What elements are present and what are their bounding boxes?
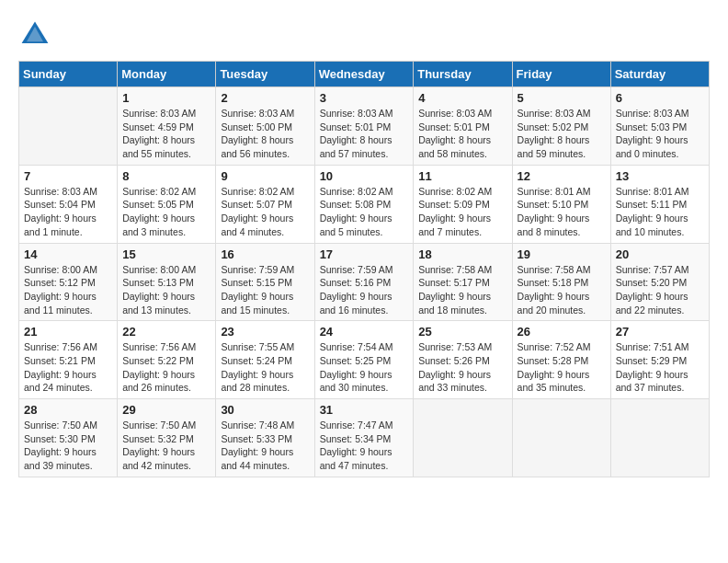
day-number: 23 <box>221 325 309 339</box>
calendar-cell: 17Sunrise: 7:59 AMSunset: 5:16 PMDayligh… <box>314 243 414 321</box>
header-day-wednesday: Wednesday <box>314 62 414 87</box>
calendar-cell: 14Sunrise: 8:00 AMSunset: 5:12 PMDayligh… <box>19 243 118 321</box>
day-info: Sunrise: 7:55 AMSunset: 5:24 PMDaylight:… <box>221 340 309 395</box>
calendar-cell: 29Sunrise: 7:50 AMSunset: 5:32 PMDayligh… <box>118 399 216 477</box>
calendar-cell: 5Sunrise: 8:03 AMSunset: 5:02 PMDaylight… <box>512 87 610 166</box>
day-number: 11 <box>418 169 506 183</box>
day-number: 27 <box>616 325 704 339</box>
calendar-cell: 3Sunrise: 8:03 AMSunset: 5:01 PMDaylight… <box>314 87 414 166</box>
day-number: 19 <box>518 247 606 261</box>
logo <box>18 18 57 52</box>
calendar-cell: 23Sunrise: 7:55 AMSunset: 5:24 PMDayligh… <box>216 321 314 399</box>
day-info: Sunrise: 7:59 AMSunset: 5:16 PMDaylight:… <box>320 263 409 317</box>
day-number: 22 <box>122 325 210 339</box>
day-info: Sunrise: 8:03 AMSunset: 4:59 PMDaylight:… <box>122 107 210 161</box>
day-info: Sunrise: 8:01 AMSunset: 5:10 PMDaylight:… <box>518 185 606 239</box>
calendar-body: 1Sunrise: 8:03 AMSunset: 4:59 PMDaylight… <box>19 87 710 477</box>
day-info: Sunrise: 8:02 AMSunset: 5:09 PMDaylight:… <box>418 185 506 239</box>
day-number: 12 <box>518 169 606 183</box>
day-number: 1 <box>122 91 210 105</box>
day-info: Sunrise: 7:59 AMSunset: 5:15 PMDaylight:… <box>221 263 309 317</box>
calendar-cell: 19Sunrise: 7:58 AMSunset: 5:18 PMDayligh… <box>512 243 610 321</box>
day-number: 7 <box>24 169 112 183</box>
calendar-cell: 9Sunrise: 8:02 AMSunset: 5:07 PMDaylight… <box>216 165 314 243</box>
header-day-thursday: Thursday <box>414 62 512 87</box>
logo-icon <box>18 18 51 52</box>
day-info: Sunrise: 8:02 AMSunset: 5:08 PMDaylight:… <box>320 185 409 239</box>
day-number: 25 <box>418 325 506 339</box>
calendar-cell: 2Sunrise: 8:03 AMSunset: 5:00 PMDaylight… <box>216 87 314 166</box>
calendar-cell <box>414 399 512 477</box>
day-number: 10 <box>320 169 409 183</box>
week-row-3: 21Sunrise: 7:56 AMSunset: 5:21 PMDayligh… <box>19 321 710 399</box>
calendar-cell: 12Sunrise: 8:01 AMSunset: 5:10 PMDayligh… <box>512 165 610 243</box>
calendar-cell: 20Sunrise: 7:57 AMSunset: 5:20 PMDayligh… <box>610 243 709 321</box>
day-number: 20 <box>616 247 704 261</box>
calendar-table: SundayMondayTuesdayWednesdayThursdayFrid… <box>18 61 710 477</box>
calendar-cell: 27Sunrise: 7:51 AMSunset: 5:29 PMDayligh… <box>610 321 709 399</box>
calendar-cell: 18Sunrise: 7:58 AMSunset: 5:17 PMDayligh… <box>414 243 512 321</box>
day-info: Sunrise: 8:03 AMSunset: 5:03 PMDaylight:… <box>616 107 704 161</box>
calendar-cell: 28Sunrise: 7:50 AMSunset: 5:30 PMDayligh… <box>19 399 118 477</box>
calendar-header: SundayMondayTuesdayWednesdayThursdayFrid… <box>19 62 710 87</box>
calendar-cell: 24Sunrise: 7:54 AMSunset: 5:25 PMDayligh… <box>314 321 414 399</box>
day-info: Sunrise: 8:03 AMSunset: 5:01 PMDaylight:… <box>320 107 409 161</box>
header-day-saturday: Saturday <box>610 62 709 87</box>
day-number: 30 <box>221 403 309 417</box>
day-info: Sunrise: 7:58 AMSunset: 5:17 PMDaylight:… <box>418 263 506 317</box>
calendar-cell: 21Sunrise: 7:56 AMSunset: 5:21 PMDayligh… <box>19 321 118 399</box>
day-info: Sunrise: 7:56 AMSunset: 5:21 PMDaylight:… <box>24 340 112 395</box>
day-info: Sunrise: 7:53 AMSunset: 5:26 PMDaylight:… <box>418 340 506 395</box>
header-row: SundayMondayTuesdayWednesdayThursdayFrid… <box>19 62 710 87</box>
day-number: 24 <box>320 325 409 339</box>
day-number: 8 <box>122 169 210 183</box>
day-info: Sunrise: 7:58 AMSunset: 5:18 PMDaylight:… <box>518 263 606 317</box>
header-day-friday: Friday <box>512 62 610 87</box>
day-number: 3 <box>320 91 409 105</box>
day-info: Sunrise: 8:02 AMSunset: 5:05 PMDaylight:… <box>122 185 210 239</box>
week-row-1: 7Sunrise: 8:03 AMSunset: 5:04 PMDaylight… <box>19 165 710 243</box>
week-row-2: 14Sunrise: 8:00 AMSunset: 5:12 PMDayligh… <box>19 243 710 321</box>
calendar-cell: 16Sunrise: 7:59 AMSunset: 5:15 PMDayligh… <box>216 243 314 321</box>
calendar-cell: 11Sunrise: 8:02 AMSunset: 5:09 PMDayligh… <box>414 165 512 243</box>
calendar-cell: 31Sunrise: 7:47 AMSunset: 5:34 PMDayligh… <box>314 399 414 477</box>
day-info: Sunrise: 8:00 AMSunset: 5:13 PMDaylight:… <box>122 263 210 317</box>
day-info: Sunrise: 8:03 AMSunset: 5:04 PMDaylight:… <box>24 185 112 239</box>
day-info: Sunrise: 7:56 AMSunset: 5:22 PMDaylight:… <box>122 340 210 395</box>
calendar-cell: 22Sunrise: 7:56 AMSunset: 5:22 PMDayligh… <box>118 321 216 399</box>
day-info: Sunrise: 8:03 AMSunset: 5:02 PMDaylight:… <box>518 107 606 161</box>
day-info: Sunrise: 7:50 AMSunset: 5:32 PMDaylight:… <box>122 419 210 473</box>
calendar-cell: 7Sunrise: 8:03 AMSunset: 5:04 PMDaylight… <box>19 165 118 243</box>
day-number: 6 <box>616 91 704 105</box>
calendar-cell <box>610 399 709 477</box>
day-info: Sunrise: 7:50 AMSunset: 5:30 PMDaylight:… <box>24 419 112 473</box>
day-number: 14 <box>24 247 112 261</box>
page-header <box>18 18 710 52</box>
calendar-cell: 26Sunrise: 7:52 AMSunset: 5:28 PMDayligh… <box>512 321 610 399</box>
week-row-4: 28Sunrise: 7:50 AMSunset: 5:30 PMDayligh… <box>19 399 710 477</box>
day-number: 2 <box>221 91 309 105</box>
day-info: Sunrise: 8:01 AMSunset: 5:11 PMDaylight:… <box>616 185 704 239</box>
day-number: 18 <box>418 247 506 261</box>
day-number: 9 <box>221 169 309 183</box>
day-info: Sunrise: 7:48 AMSunset: 5:33 PMDaylight:… <box>221 419 309 473</box>
day-info: Sunrise: 7:51 AMSunset: 5:29 PMDaylight:… <box>616 340 704 395</box>
day-info: Sunrise: 8:00 AMSunset: 5:12 PMDaylight:… <box>24 263 112 317</box>
day-info: Sunrise: 7:47 AMSunset: 5:34 PMDaylight:… <box>320 419 409 473</box>
calendar-cell: 6Sunrise: 8:03 AMSunset: 5:03 PMDaylight… <box>610 87 709 166</box>
day-number: 16 <box>221 247 309 261</box>
week-row-0: 1Sunrise: 8:03 AMSunset: 4:59 PMDaylight… <box>19 87 710 166</box>
day-number: 17 <box>320 247 409 261</box>
calendar-cell <box>19 87 118 166</box>
day-number: 26 <box>518 325 606 339</box>
calendar-cell <box>512 399 610 477</box>
calendar-cell: 15Sunrise: 8:00 AMSunset: 5:13 PMDayligh… <box>118 243 216 321</box>
day-number: 13 <box>616 169 704 183</box>
header-day-tuesday: Tuesday <box>216 62 314 87</box>
day-number: 5 <box>518 91 606 105</box>
day-number: 21 <box>24 325 112 339</box>
calendar-cell: 4Sunrise: 8:03 AMSunset: 5:01 PMDaylight… <box>414 87 512 166</box>
header-day-monday: Monday <box>118 62 216 87</box>
calendar-cell: 1Sunrise: 8:03 AMSunset: 4:59 PMDaylight… <box>118 87 216 166</box>
day-number: 31 <box>320 403 409 417</box>
